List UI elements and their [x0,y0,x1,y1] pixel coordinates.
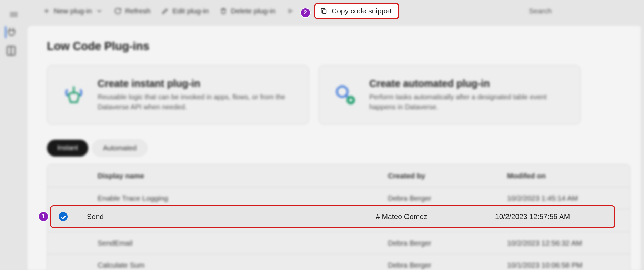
rail-item-library[interactable] [5,45,17,57]
plug-icon [6,27,17,38]
refresh-icon [114,7,122,15]
col-display-name[interactable]: Display name [70,172,388,180]
table-row[interactable]: SendEmail Debra Berger 10/2/2023 12:56:3… [47,232,630,254]
trash-icon [220,7,227,15]
refresh-button[interactable]: Refresh [109,3,155,19]
play-icon [287,8,293,14]
cell-created: Debra Berger [388,239,507,247]
cell-name: Enable Trace Logging [70,194,388,202]
copy-snippet-label: Copy code snippet [332,7,392,15]
cell-modified: 10/2/2023 12:56:32 AM [507,239,626,247]
cell-name: Calculate Sum [70,261,388,269]
edit-plugin-button[interactable]: Edit plug-in [157,3,213,19]
table-header-row: Display name Created by Modifed on [47,164,630,187]
selected-row-send[interactable]: Send # Mateo Gomez 10/2/2023 12:57:56 AM [50,205,615,228]
row-checkbox-selected[interactable] [59,212,68,221]
card-automated-desc: Perform tasks automatically after a desi… [369,92,566,112]
edit-plugin-label: Edit plug-in [172,7,209,15]
main-content: Low Code Plug-ins Create instant plug-in… [28,26,641,270]
col-modified-on[interactable]: Modifed on [507,172,626,180]
left-rail [3,26,19,57]
run-button[interactable] [282,4,298,18]
tab-instant[interactable]: Instant [47,140,88,157]
chevron-down-icon [95,7,103,15]
copy-code-snippet-button[interactable]: Copy code snippet [314,3,399,19]
delete-plugin-button[interactable]: Delete plug-in [215,3,280,19]
card-automated-title: Create automated plug-in [369,78,566,89]
tab-automated[interactable]: Automated [92,140,147,157]
tab-bar: Instant Automated [47,140,630,157]
search-input[interactable] [529,7,632,15]
page-title: Low Code Plug-ins [47,40,630,53]
cell-created: Debra Berger [388,261,507,269]
refresh-label: Refresh [125,7,151,15]
card-instant-plugin[interactable]: Create instant plug-in Reusable logic th… [47,65,309,124]
cell-modified: 10/1/2023 10:06:58 PM [507,261,626,269]
svg-rect-3 [322,10,326,13]
step-badge-1: 1 [38,211,49,222]
tap-icon [61,82,87,108]
pencil-icon [161,7,169,15]
card-automated-plugin[interactable]: Create automated plug-in Perform tasks a… [319,65,581,124]
card-instant-title: Create instant plug-in [98,78,295,89]
create-cards: Create instant plug-in Reusable logic th… [47,65,630,124]
hamburger-menu[interactable] [8,8,20,21]
cell-modified: 10/2/2023 12:57:56 AM [495,212,614,221]
plus-icon [43,7,50,15]
card-instant-desc: Reusable logic that can be invoked in ap… [98,92,295,112]
step-badge-2: 2 [300,8,311,18]
table-row[interactable]: Calculate Sum Debra Berger 10/1/2023 10:… [47,254,630,270]
rail-item-plugins[interactable] [5,26,17,38]
cell-name: Send [74,212,376,221]
cell-created: Debra Berger [388,194,507,202]
cell-name: SendEmail [70,239,388,247]
cell-modified: 10/2/2023 1:45:14 AM [507,194,626,202]
new-plugin-label: New plug-in [54,7,92,15]
new-plugin-button[interactable]: New plug-in [38,3,108,19]
cell-created: # Mateo Gomez [376,212,495,221]
copy-icon [320,7,328,15]
search-field[interactable] [392,7,644,15]
book-icon [5,45,17,57]
plug-search-icon [333,82,358,108]
col-created-by[interactable]: Created by [388,172,507,180]
delete-plugin-label: Delete plug-in [231,7,275,15]
